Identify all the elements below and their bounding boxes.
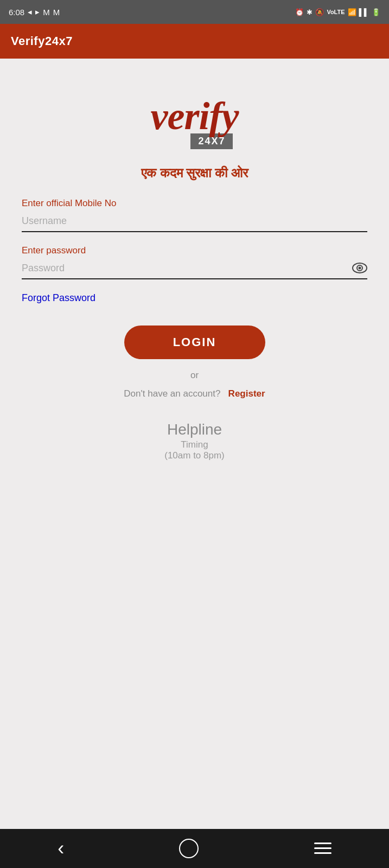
status-time: 6:08	[9, 8, 24, 17]
battery-icon: 🔋	[372, 8, 380, 16]
register-prompt: Don't have an account?	[124, 388, 220, 399]
menu-nav-icon[interactable]	[314, 843, 331, 854]
or-divider: or	[22, 370, 367, 381]
status-icons: ⏰ ✱ 🔕 VoLTE 📶 ▌▌ 🔋	[295, 8, 380, 16]
password-wrapper	[22, 258, 367, 279]
password-input[interactable]	[22, 258, 367, 279]
home-nav-icon[interactable]	[179, 839, 199, 858]
signal-icon: ▌▌	[359, 8, 369, 16]
svg-rect-4	[314, 847, 331, 849]
helpline-timing-value: (10am to 8pm)	[22, 450, 367, 461]
navigation-icon: ◂	[28, 7, 32, 17]
mute-icon: 🔕	[315, 8, 324, 16]
username-input[interactable]	[22, 211, 367, 232]
svg-rect-3	[314, 843, 331, 844]
forgot-password-link[interactable]: Forgot Password	[22, 292, 95, 304]
tagline: एक कदम सुरक्षा की ओर	[141, 165, 248, 181]
app-title: Verify24x7	[11, 34, 73, 48]
logo-text: verify	[151, 94, 239, 138]
gmail-icon2: M	[53, 8, 60, 17]
alarm-icon: ⏰	[295, 8, 304, 16]
login-button[interactable]: LOGIN	[124, 326, 265, 359]
status-indicator: ▸	[35, 7, 40, 17]
logo-container: verify 24X7	[151, 97, 239, 149]
bluetooth-icon: ✱	[307, 8, 313, 16]
helpline-timing-label: Timing	[22, 439, 367, 450]
register-row: Don't have an account? Register	[22, 388, 367, 399]
back-nav-icon[interactable]: ‹	[58, 837, 64, 860]
helpline-section: Helpline Timing (10am to 8pm)	[22, 421, 367, 461]
volte-icon: VoLTE	[327, 9, 345, 15]
main-content: verify 24X7 एक कदम सुरक्षा की ओर Enter o…	[0, 59, 389, 829]
gmail-icon: M	[43, 8, 50, 17]
svg-point-2	[359, 266, 361, 269]
bottom-nav: ‹	[0, 829, 389, 868]
password-label: Enter password	[22, 245, 367, 256]
mobile-label: Enter official Mobile No	[22, 198, 367, 209]
helpline-title: Helpline	[22, 421, 367, 438]
eye-icon[interactable]	[352, 263, 367, 276]
register-link[interactable]: Register	[228, 388, 265, 399]
status-bar: 6:08 ◂ ▸ M M ⏰ ✱ 🔕 VoLTE 📶 ▌▌ 🔋	[0, 0, 389, 24]
wifi-icon: 📶	[348, 8, 356, 16]
app-bar: Verify24x7	[0, 24, 389, 59]
form-container: Enter official Mobile No Enter password …	[22, 198, 367, 472]
svg-rect-5	[314, 852, 331, 854]
username-wrapper	[22, 211, 367, 232]
status-time-area: 6:08 ◂ ▸ M M	[9, 7, 60, 17]
